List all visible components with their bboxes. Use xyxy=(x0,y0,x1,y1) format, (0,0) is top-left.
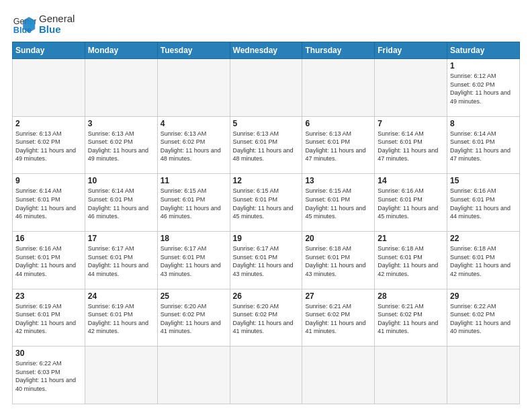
calendar-day-cell: 2Sunrise: 6:13 AMSunset: 6:02 PMDaylight… xyxy=(13,116,85,174)
day-number: 21 xyxy=(378,234,444,243)
day-info: Sunrise: 6:12 AMSunset: 6:02 PMDaylight:… xyxy=(450,72,517,105)
calendar-header-row: SundayMondayTuesdayWednesdayThursdayFrid… xyxy=(13,42,520,59)
calendar-day-cell: 17Sunrise: 6:17 AMSunset: 6:01 PMDayligh… xyxy=(85,231,157,289)
calendar-day-cell: 8Sunrise: 6:14 AMSunset: 6:01 PMDaylight… xyxy=(447,116,520,174)
calendar-day-cell: 12Sunrise: 6:15 AMSunset: 6:01 PMDayligh… xyxy=(230,174,302,232)
calendar-day-cell: 4Sunrise: 6:13 AMSunset: 6:02 PMDaylight… xyxy=(157,116,230,174)
day-of-week-header: Monday xyxy=(85,42,157,59)
calendar-day-cell: 22Sunrise: 6:18 AMSunset: 6:01 PMDayligh… xyxy=(447,231,520,289)
day-number: 16 xyxy=(15,234,82,243)
day-number: 24 xyxy=(88,291,154,301)
day-info: Sunrise: 6:14 AMSunset: 6:01 PMDaylight:… xyxy=(15,187,82,220)
calendar-day-cell xyxy=(85,59,157,117)
calendar-day-cell: 28Sunrise: 6:21 AMSunset: 6:02 PMDayligh… xyxy=(375,289,447,347)
calendar-day-cell xyxy=(302,347,375,404)
day-number: 7 xyxy=(378,119,444,128)
day-number: 8 xyxy=(450,119,517,128)
calendar-day-cell: 3Sunrise: 6:13 AMSunset: 6:02 PMDaylight… xyxy=(85,116,157,174)
day-number: 9 xyxy=(15,176,82,185)
calendar-day-cell: 26Sunrise: 6:20 AMSunset: 6:02 PMDayligh… xyxy=(230,289,302,347)
calendar-week-row: 9Sunrise: 6:14 AMSunset: 6:01 PMDaylight… xyxy=(13,174,520,232)
day-info: Sunrise: 6:17 AMSunset: 6:01 PMDaylight:… xyxy=(233,244,300,278)
calendar-day-cell xyxy=(13,59,85,117)
day-info: Sunrise: 6:22 AMSunset: 6:02 PMDaylight:… xyxy=(450,302,517,336)
calendar-week-row: 2Sunrise: 6:13 AMSunset: 6:02 PMDaylight… xyxy=(13,116,520,174)
page-header: General Blue General Blue xyxy=(12,12,520,36)
day-number: 13 xyxy=(305,176,371,185)
day-number: 12 xyxy=(233,176,300,185)
calendar-day-cell: 11Sunrise: 6:15 AMSunset: 6:01 PMDayligh… xyxy=(157,174,230,232)
day-number: 27 xyxy=(305,291,371,301)
day-number: 28 xyxy=(378,291,444,301)
calendar-week-row: 23Sunrise: 6:19 AMSunset: 6:01 PMDayligh… xyxy=(13,289,520,347)
calendar-day-cell: 30Sunrise: 6:22 AMSunset: 6:03 PMDayligh… xyxy=(13,347,85,404)
calendar-page: General Blue General Blue SundayMondayTu… xyxy=(0,0,532,411)
day-number: 10 xyxy=(88,176,154,185)
day-info: Sunrise: 6:15 AMSunset: 6:01 PMDaylight:… xyxy=(233,187,300,220)
calendar-week-row: 1Sunrise: 6:12 AMSunset: 6:02 PMDaylight… xyxy=(13,59,520,117)
day-info: Sunrise: 6:19 AMSunset: 6:01 PMDaylight:… xyxy=(15,302,82,336)
day-info: Sunrise: 6:19 AMSunset: 6:01 PMDaylight:… xyxy=(88,302,154,336)
day-number: 11 xyxy=(161,176,227,185)
day-number: 5 xyxy=(233,119,300,128)
logo-icon: General Blue xyxy=(12,12,36,36)
day-info: Sunrise: 6:18 AMSunset: 6:01 PMDaylight:… xyxy=(305,244,371,278)
day-info: Sunrise: 6:21 AMSunset: 6:02 PMDaylight:… xyxy=(378,302,444,336)
day-info: Sunrise: 6:17 AMSunset: 6:01 PMDaylight:… xyxy=(161,244,227,278)
day-number: 23 xyxy=(15,291,82,301)
day-info: Sunrise: 6:15 AMSunset: 6:01 PMDaylight:… xyxy=(305,187,371,220)
calendar-day-cell xyxy=(230,347,302,404)
day-info: Sunrise: 6:13 AMSunset: 6:01 PMDaylight:… xyxy=(233,130,300,163)
day-number: 30 xyxy=(15,349,82,358)
svg-marker-3 xyxy=(28,19,34,29)
calendar-day-cell: 19Sunrise: 6:17 AMSunset: 6:01 PMDayligh… xyxy=(230,231,302,289)
calendar-day-cell: 5Sunrise: 6:13 AMSunset: 6:01 PMDaylight… xyxy=(230,116,302,174)
logo-text: General Blue xyxy=(39,13,75,36)
calendar-day-cell: 29Sunrise: 6:22 AMSunset: 6:02 PMDayligh… xyxy=(447,289,520,347)
day-number: 18 xyxy=(161,234,227,243)
calendar-day-cell xyxy=(375,347,447,404)
day-number: 22 xyxy=(450,234,517,243)
calendar-day-cell xyxy=(157,59,230,117)
day-number: 6 xyxy=(305,119,371,128)
day-info: Sunrise: 6:13 AMSunset: 6:02 PMDaylight:… xyxy=(88,130,154,163)
day-info: Sunrise: 6:14 AMSunset: 6:01 PMDaylight:… xyxy=(450,130,517,163)
calendar-day-cell: 24Sunrise: 6:19 AMSunset: 6:01 PMDayligh… xyxy=(85,289,157,347)
day-info: Sunrise: 6:13 AMSunset: 6:02 PMDaylight:… xyxy=(15,130,82,163)
day-of-week-header: Friday xyxy=(375,42,447,59)
day-number: 25 xyxy=(161,291,227,301)
calendar-day-cell: 9Sunrise: 6:14 AMSunset: 6:01 PMDaylight… xyxy=(13,174,85,232)
day-info: Sunrise: 6:13 AMSunset: 6:01 PMDaylight:… xyxy=(305,130,371,163)
day-number: 29 xyxy=(450,291,517,301)
day-of-week-header: Tuesday xyxy=(157,42,230,59)
calendar-day-cell: 6Sunrise: 6:13 AMSunset: 6:01 PMDaylight… xyxy=(302,116,375,174)
calendar-day-cell xyxy=(157,347,230,404)
calendar-day-cell: 16Sunrise: 6:16 AMSunset: 6:01 PMDayligh… xyxy=(13,231,85,289)
day-info: Sunrise: 6:22 AMSunset: 6:03 PMDaylight:… xyxy=(15,359,82,393)
day-number: 26 xyxy=(233,291,300,301)
calendar-day-cell: 18Sunrise: 6:17 AMSunset: 6:01 PMDayligh… xyxy=(157,231,230,289)
day-info: Sunrise: 6:18 AMSunset: 6:01 PMDaylight:… xyxy=(450,244,517,278)
calendar-day-cell: 10Sunrise: 6:14 AMSunset: 6:01 PMDayligh… xyxy=(85,174,157,232)
day-number: 17 xyxy=(88,234,154,243)
calendar-day-cell: 21Sunrise: 6:18 AMSunset: 6:01 PMDayligh… xyxy=(375,231,447,289)
calendar-week-row: 16Sunrise: 6:16 AMSunset: 6:01 PMDayligh… xyxy=(13,231,520,289)
calendar-day-cell: 15Sunrise: 6:16 AMSunset: 6:01 PMDayligh… xyxy=(447,174,520,232)
day-of-week-header: Thursday xyxy=(302,42,375,59)
day-info: Sunrise: 6:16 AMSunset: 6:01 PMDaylight:… xyxy=(450,187,517,220)
day-info: Sunrise: 6:21 AMSunset: 6:02 PMDaylight:… xyxy=(305,302,371,336)
calendar-day-cell xyxy=(447,347,520,404)
calendar-day-cell: 14Sunrise: 6:16 AMSunset: 6:01 PMDayligh… xyxy=(375,174,447,232)
day-of-week-header: Sunday xyxy=(13,42,85,59)
day-number: 2 xyxy=(15,119,82,128)
calendar-day-cell xyxy=(230,59,302,117)
day-info: Sunrise: 6:17 AMSunset: 6:01 PMDaylight:… xyxy=(88,244,154,278)
day-of-week-header: Wednesday xyxy=(230,42,302,59)
calendar-table: SundayMondayTuesdayWednesdayThursdayFrid… xyxy=(12,42,520,404)
calendar-day-cell: 20Sunrise: 6:18 AMSunset: 6:01 PMDayligh… xyxy=(302,231,375,289)
day-info: Sunrise: 6:15 AMSunset: 6:01 PMDaylight:… xyxy=(161,187,227,220)
day-number: 19 xyxy=(233,234,300,243)
day-number: 4 xyxy=(161,119,227,128)
calendar-week-row: 30Sunrise: 6:22 AMSunset: 6:03 PMDayligh… xyxy=(13,347,520,404)
calendar-day-cell xyxy=(375,59,447,117)
